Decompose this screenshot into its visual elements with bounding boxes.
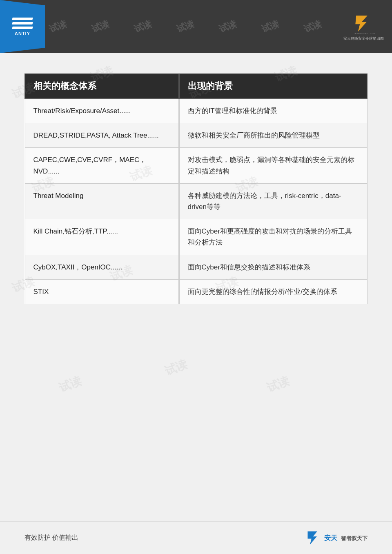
logo-stripe-2 — [12, 22, 33, 24]
footer-logo-icon — [306, 531, 322, 545]
svg-text:安天网络安全令牌第四图: 安天网络安全令牌第四图 — [354, 33, 375, 34]
table-row: DREAD,STRIDE,PASTA, Attack Tree......微软和… — [25, 123, 367, 148]
table-cell-background-0: 西方的IT管理和标准化的背景 — [179, 98, 367, 123]
table-cell-background-3: 各种威胁建模的方法论，工具，risk-centric，data-driven等等 — [179, 183, 367, 219]
svg-marker-2 — [307, 532, 317, 545]
header-wm-5: 试读 — [217, 18, 238, 35]
table-cell-concept-2: CAPEC,CWE,CVE,CVRF，MAEC，NVD...... — [25, 148, 179, 183]
col1-header: 相关的概念体系 — [25, 74, 179, 98]
table-cell-concept-3: Threat Modeling — [25, 183, 179, 219]
table-cell-background-4: 面向Cyber和更高强度的攻击和对抗的场景的分析工具和分析方法 — [179, 219, 367, 255]
table-cell-background-2: 对攻击模式，脆弱点，漏洞等各种基础的安全元素的标定和描述结构 — [179, 148, 367, 183]
header-wm-3: 试读 — [132, 18, 154, 35]
table-row: CybOX,TAXII，OpenIOC......面向Cyber和信息交换的描述… — [25, 255, 367, 279]
header-watermarks: 试读 试读 试读 试读 试读 试读 试读 — [49, 0, 392, 53]
footer-sub: 智者驭天下 — [341, 535, 368, 541]
header-wm-1: 试读 — [47, 18, 69, 35]
col2-header: 出现的背景 — [179, 74, 367, 98]
logo-stripes — [12, 18, 33, 29]
footer-logo-text: 安天 智者驭天下 — [324, 534, 368, 543]
logo-stripe-1 — [12, 18, 33, 20]
table-cell-concept-6: STIX — [25, 279, 179, 304]
logo-stripe-3 — [12, 27, 33, 29]
logo-box: ANTIY — [0, 0, 45, 53]
table-cell-concept-1: DREAD,STRIDE,PASTA, Attack Tree...... — [25, 123, 179, 148]
footer-logo: 安天 智者驭天下 — [306, 531, 368, 545]
pw-11: 试读 — [57, 373, 84, 396]
table-row: Threat Modeling各种威胁建模的方法论，工具，risk-centri… — [25, 183, 367, 219]
table-row: CAPEC,CWE,CVE,CVRF，MAEC，NVD......对攻击模式，脆… — [25, 148, 367, 183]
footer-antiy: 安天 — [324, 534, 337, 541]
header-right-text: 安天网络安全令牌第四图 — [343, 36, 384, 41]
table-row: STIX面向更完整的综合性的情报分析/作业/交换的体系 — [25, 279, 367, 304]
footer: 有效防护 价值输出 安天 智者驭天下 — [0, 521, 392, 554]
header-right-logo: 安天网络安全令牌第四图 安天网络安全令牌第四图 — [343, 12, 384, 41]
pw-13: 试读 — [265, 373, 292, 396]
table-cell-concept-4: Kill Chain,钻石分析,TTP...... — [25, 219, 179, 255]
table-row: Threat/Risk/Exposure/Asset......西方的IT管理和… — [25, 98, 367, 123]
table-row: Kill Chain,钻石分析,TTP......面向Cyber和更高强度的攻击… — [25, 219, 367, 255]
header-wm-4: 试读 — [175, 18, 196, 35]
pw-12: 试读 — [163, 357, 189, 379]
header-wm-7: 试读 — [302, 18, 323, 35]
header: ANTIY 试读 试读 试读 试读 试读 试读 试读 安天网络安全令牌第四图 安… — [0, 0, 392, 53]
antiy-header-icon: 安天网络安全令牌第四图 — [352, 12, 375, 34]
main-content: 相关的概念体系 出现的背景 Threat/Risk/Exposure/Asset… — [0, 53, 392, 320]
table-cell-background-5: 面向Cyber和信息交换的描述和标准体系 — [179, 255, 367, 279]
logo-text: ANTIY — [15, 31, 30, 36]
svg-marker-0 — [355, 16, 367, 31]
table-cell-background-6: 面向更完整的综合性的情报分析/作业/交换的体系 — [179, 279, 367, 304]
concept-table: 相关的概念体系 出现的背景 Threat/Risk/Exposure/Asset… — [24, 73, 368, 304]
header-wm-2: 试读 — [90, 18, 111, 35]
table-header-row: 相关的概念体系 出现的背景 — [25, 74, 367, 98]
footer-slogan: 有效防护 价值输出 — [24, 534, 78, 542]
header-wm-6: 试读 — [260, 18, 281, 35]
table-cell-background-1: 微软和相关安全厂商所推出的风险管理模型 — [179, 123, 367, 148]
table-cell-concept-5: CybOX,TAXII，OpenIOC...... — [25, 255, 179, 279]
table-cell-concept-0: Threat/Risk/Exposure/Asset...... — [25, 98, 179, 123]
